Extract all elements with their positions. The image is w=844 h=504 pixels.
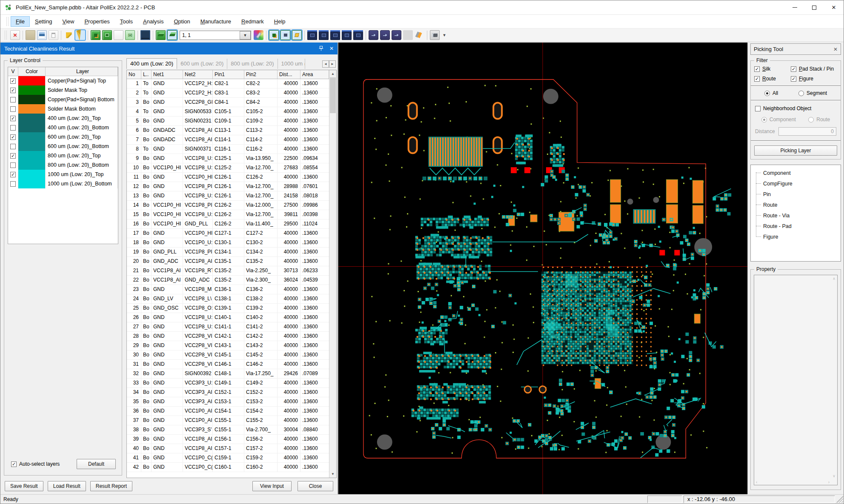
menu-setting[interactable]: Setting xyxy=(30,17,57,26)
auto-select-checkbox[interactable]: ✓ xyxy=(11,461,17,467)
save-icon[interactable] xyxy=(37,30,47,40)
send-mail-icon[interactable] xyxy=(125,30,135,40)
table-row[interactable]: 35BoGNDVCC3P3_AIC153-1C153-240000.13600 xyxy=(127,397,336,407)
table-row[interactable]: 34BoGNDVCC3P3_AIC152-1C152-240000.13600 xyxy=(127,388,336,397)
table-row[interactable]: 24BoGND_LVVCC1P8_L\C138-1C138-240000.136… xyxy=(127,294,336,304)
layer-row[interactable]: 600 um (Low: 20)_Bottom xyxy=(8,142,118,151)
picking-tool-title-bar[interactable]: Picking Tool ✕ xyxy=(750,43,841,55)
table-row[interactable]: 4ToGNDSIGN00533C105-1C105-240000.13600 xyxy=(127,107,336,117)
tree-item-component[interactable]: Component xyxy=(756,168,841,178)
maximize-button[interactable] xyxy=(804,0,824,14)
table-row[interactable]: 16BoVCC1P0_HIGND_PLLC126-2Via-11.400_295… xyxy=(127,219,336,229)
layer-row[interactable]: 800 um (Low: 20)_Bottom xyxy=(8,160,118,170)
layer-row[interactable]: ✓600 um (Low: 20)_Top xyxy=(8,132,118,142)
analysis-tool-icon-3[interactable] xyxy=(392,30,401,40)
layer-row[interactable]: 1000 um (Low: 20)_Bottom xyxy=(8,179,118,188)
layer-visible-checkbox[interactable]: ✓ xyxy=(10,134,16,140)
layer-color-swatch[interactable] xyxy=(18,114,46,123)
layer-row[interactable]: 400 um (Low: 20)_Bottom xyxy=(8,123,118,132)
layer-stack-icon[interactable] xyxy=(156,30,166,40)
pcb-canvas[interactable] xyxy=(338,43,747,494)
column-header-pin2[interactable]: Pin2 xyxy=(244,70,278,79)
filter-check-padstackpin[interactable]: ✓Pad Stack / Pin xyxy=(791,66,837,72)
table-row[interactable]: 41BoGNDVCC1P0_C(C159-1C159-240000.13600 xyxy=(127,453,336,463)
module-view-icon-5[interactable] xyxy=(353,30,363,40)
board-view-icon[interactable] xyxy=(102,30,112,40)
layer-visible-checkbox[interactable]: ✓ xyxy=(10,172,16,177)
layer-row[interactable]: ✓Solder Mask Top xyxy=(8,85,118,95)
column-header-no[interactable]: No xyxy=(127,70,141,79)
table-row[interactable]: 10BoVCC1P0_HIVCC1P8_U:C125-2Via-12.700_2… xyxy=(127,163,336,173)
layer-visible-checkbox[interactable] xyxy=(10,106,16,112)
neighborhood-object-checkbox[interactable] xyxy=(755,106,761,111)
tab-600um[interactable]: 600 um (Low: 20) xyxy=(177,59,227,69)
table-row[interactable]: 38BoGNDVCC3P3_S'C155-1Via-2.700_30004.08… xyxy=(127,425,336,435)
layer-color-swatch[interactable] xyxy=(18,142,46,151)
tab-scroll-left-icon[interactable]: ◄ xyxy=(322,60,329,68)
dialog-title-bar[interactable]: Technical Cleanliness Result ✕ xyxy=(0,43,338,54)
layer-visible-checkbox[interactable]: ✓ xyxy=(10,153,16,159)
layer-visible-checkbox[interactable] xyxy=(10,97,16,103)
tree-item-routevia[interactable]: Route - Via xyxy=(756,210,841,221)
capture-camera-icon[interactable] xyxy=(430,30,440,40)
filter-check-route[interactable]: ✓Route xyxy=(754,76,791,82)
table-row[interactable]: 21BoVCC1P8_AIVCC1P8_RTC135-2Via-2.250_30… xyxy=(127,266,336,276)
prop-scroll-right-icon[interactable]: › xyxy=(828,480,830,484)
table-row[interactable]: 11BoGNDVCC1P0_HIC126-1C126-240000.13600 xyxy=(127,173,336,182)
wrench-tool-icon[interactable] xyxy=(415,30,424,40)
table-row[interactable]: 30BoGNDVCC2P8_VIC145-1C145-240000.13600 xyxy=(127,350,336,360)
table-row[interactable]: 8ToGNDSIGN00371C116-1C116-240000.13600 xyxy=(127,145,336,154)
measure-tool-icon[interactable] xyxy=(64,30,74,40)
table-row[interactable]: 17BoGNDVCC1P0_HIC127-1C127-240000.13600 xyxy=(127,229,336,238)
default-button[interactable]: Default xyxy=(77,459,116,469)
layer-row[interactable]: Solder Mask Bottom xyxy=(8,104,118,114)
board-fill-icon[interactable] xyxy=(292,30,302,40)
table-row[interactable]: 29BoGNDVCC2P8_VIC143-1C143-240000.13600 xyxy=(127,341,336,350)
prop-scroll-up-icon[interactable]: ∧ xyxy=(833,276,835,281)
color-settings-icon[interactable] xyxy=(254,30,263,40)
table-row[interactable]: 39BoGNDVCC1P8_AIC156-1C156-240000.13600 xyxy=(127,435,336,444)
menu-help[interactable]: Help xyxy=(269,17,290,26)
column-header-dist[interactable]: Dist... xyxy=(278,70,300,79)
layer-visible-checkbox[interactable]: ✓ xyxy=(10,78,16,84)
checkbox[interactable]: ✓ xyxy=(791,76,796,82)
table-row[interactable]: 37BoGNDVCC1P0_AIC155-1C155-240000.13600 xyxy=(127,416,336,425)
prop-scroll-down-icon[interactable]: ∨ xyxy=(833,474,835,478)
layer-color-swatch[interactable] xyxy=(18,170,46,179)
close-dialog-button[interactable]: Close xyxy=(298,481,333,491)
layer-visible-checkbox[interactable] xyxy=(10,162,16,168)
tab-1000um[interactable]: 1000 um (Low: 20) xyxy=(278,59,305,69)
save-result-button[interactable]: Save Result xyxy=(5,481,43,491)
layer-visible-checkbox[interactable] xyxy=(10,181,16,187)
layer-color-swatch[interactable] xyxy=(18,179,46,188)
scope-radio-segment[interactable]: Segment xyxy=(798,90,827,96)
combobox-dropdown-icon[interactable]: ▼ xyxy=(240,31,251,40)
layer-color-swatch[interactable] xyxy=(18,123,46,132)
table-row[interactable]: 15BoVCC1P0_HIVCC1P8_U:C126-2Via-12.700_3… xyxy=(127,210,336,219)
layer-visible-checkbox[interactable]: ✓ xyxy=(10,116,16,121)
tree-item-figure[interactable]: Figure xyxy=(756,231,841,242)
table-row[interactable]: 20BoGND_ADCVCC1P8_AIC135-1C135-240000.13… xyxy=(127,257,336,266)
table-row[interactable]: 19BoGND_PLLVCC1P8_PIC134-1C134-240000.13… xyxy=(127,248,336,257)
layer-visible-checkbox[interactable] xyxy=(10,125,16,131)
column-header-area[interactable]: Area xyxy=(300,70,329,79)
toolbar-overflow-icon[interactable] xyxy=(441,30,447,40)
menu-redmark[interactable]: Redmark xyxy=(237,17,269,26)
table-row[interactable]: 12BoGNDVCC1P8_PIC126-1Via-12.700_28988.0… xyxy=(127,182,336,191)
pin-icon[interactable] xyxy=(319,46,323,51)
tab-scroll-right-icon[interactable]: ► xyxy=(329,60,336,68)
layer-visible-checkbox[interactable] xyxy=(10,144,16,149)
layer-row[interactable]: ✓800 um (Low: 20)_Top xyxy=(8,151,118,160)
view-input-button[interactable]: View Input xyxy=(252,481,292,491)
minimize-button[interactable] xyxy=(785,0,804,14)
tab-800um[interactable]: 800 um (Low: 20) xyxy=(227,59,278,69)
close-button[interactable]: ✕ xyxy=(824,0,844,14)
layer-stack-active-icon[interactable] xyxy=(167,30,177,40)
table-row[interactable]: 23BoGNDVCC1P8_MC136-1C136-240000.13600 xyxy=(127,285,336,294)
table-row[interactable]: 32BoGNDSIGN00392C148-1Via-17.250_29426.0… xyxy=(127,369,336,379)
display-monitor-icon[interactable] xyxy=(140,30,150,40)
select-cursor-icon[interactable] xyxy=(75,30,85,40)
open-file-icon[interactable] xyxy=(26,30,35,40)
module-view-icon-4[interactable] xyxy=(342,30,352,40)
layer-pair-combobox[interactable]: 1, 1▼ xyxy=(180,31,251,40)
